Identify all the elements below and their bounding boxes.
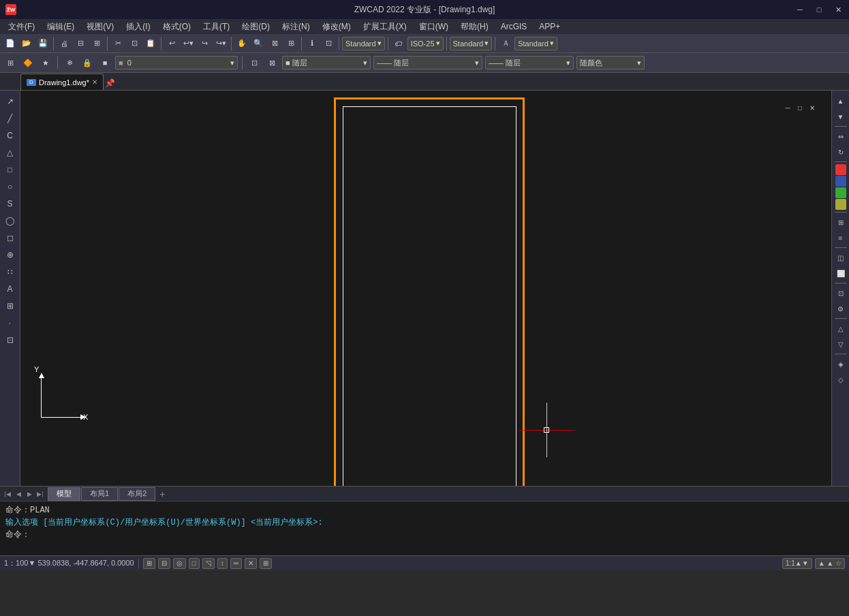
grid-button[interactable]: ⊞ — [143, 558, 155, 569]
cut-button[interactable]: ✂ — [110, 36, 125, 51]
subwin-maximize[interactable]: □ — [794, 103, 805, 112]
annotate-btn2[interactable]: Ａ — [498, 36, 513, 51]
rt-zoom-in[interactable]: ▲ — [833, 93, 848, 108]
layer-btn3[interactable]: ⊠ — [264, 55, 279, 70]
plotstyle-dropdown[interactable]: 随颜色 ▾ — [576, 56, 645, 70]
point-tool-button[interactable]: · — [2, 315, 18, 331]
color-dropdown[interactable]: ■ 随层 ▾ — [282, 56, 371, 70]
spline-tool-button[interactable]: S — [2, 196, 18, 212]
redo-dropdown[interactable]: ↪▾ — [213, 36, 228, 51]
layer-properties-button[interactable]: 🔶 — [20, 55, 35, 70]
model-tab[interactable]: 模型 — [48, 487, 80, 501]
menu-item----F-[interactable]: 文件(F) — [3, 20, 40, 34]
menu-item----I-[interactable]: 插入(I) — [121, 20, 155, 34]
polar-button[interactable]: □ — [189, 558, 200, 569]
tab-nav-first[interactable]: |◀ — [3, 489, 12, 499]
subwin-minimize[interactable]: ─ — [782, 103, 793, 112]
ortho-button[interactable]: ◎ — [173, 558, 186, 569]
menu-item----W-[interactable]: 窗口(W) — [414, 20, 454, 34]
lineweight-button[interactable]: ↕ — [217, 558, 228, 569]
layer-btn2[interactable]: ⊡ — [247, 55, 262, 70]
zoom-window-button[interactable]: ⊠ — [267, 36, 282, 51]
subwin-close[interactable]: ✕ — [807, 103, 818, 112]
region-tool-button[interactable]: ◻ — [2, 230, 18, 246]
tab-close-button[interactable]: ✕ — [92, 78, 97, 86]
line-tool-button[interactable]: ╱ — [2, 110, 18, 127]
matchprop-button[interactable]: ⊡ — [321, 36, 336, 51]
menu-item----H-[interactable]: 帮助(H) — [455, 20, 494, 34]
lineweight-dropdown[interactable]: —— 随层 ▾ — [485, 56, 574, 70]
new-button[interactable]: 📄 — [3, 36, 18, 51]
rt-layer-btn[interactable]: ⊞ — [833, 215, 848, 230]
redo-button[interactable]: ↪ — [197, 36, 212, 51]
tab-nav-prev[interactable]: ◀ — [14, 489, 23, 499]
text-tool-button[interactable]: A — [2, 281, 18, 297]
undo-dropdown[interactable]: ↩▾ — [181, 36, 196, 51]
properties-button[interactable]: ℹ — [305, 36, 320, 51]
style-dropdown[interactable]: Standard ▾ — [342, 37, 385, 50]
open-button[interactable]: 📂 — [19, 36, 34, 51]
rt-prop-btn[interactable]: ≡ — [833, 230, 848, 245]
insert-tool-button[interactable]: ⊕ — [2, 247, 18, 263]
hatch-tool-button[interactable]: ∷ — [2, 264, 18, 280]
print-button[interactable]: 🖨 — [57, 36, 72, 51]
textstyle-dropdown[interactable]: Standard ▾ — [450, 37, 493, 50]
arc-tool-button[interactable]: C — [2, 127, 18, 144]
rt-settings-btn[interactable]: ⚙ — [833, 301, 848, 316]
canvas-area[interactable]: ─ □ ✕ Y X — [20, 91, 831, 486]
tab-nav-next[interactable]: ▶ — [25, 489, 34, 499]
layer-freeze-button[interactable]: ❄ — [62, 55, 77, 70]
menu-item-ArcGIS[interactable]: ArcGIS — [495, 20, 533, 33]
zoom-button[interactable]: 🔍 — [251, 36, 266, 51]
save-button[interactable]: 💾 — [35, 36, 50, 51]
rt-pan[interactable]: ⇔ — [833, 129, 848, 144]
transparency-button[interactable]: ═ — [230, 558, 242, 569]
menu-item----D-[interactable]: 绘图(D) — [236, 20, 275, 34]
pan-button[interactable]: ✋ — [234, 36, 249, 51]
layout2-tab[interactable]: 布局2 — [119, 487, 155, 501]
dimstyle-dropdown[interactable]: ISO-25 ▾ — [407, 37, 444, 50]
rt-misc2[interactable]: ▽ — [833, 337, 848, 352]
menu-item----E-[interactable]: 编辑(E) — [42, 20, 80, 34]
circle-tool-button[interactable]: ○ — [2, 179, 18, 195]
maximize-button[interactable]: □ — [811, 3, 827, 16]
new-tab-button[interactable]: 📌 — [104, 76, 117, 90]
tab-chevron-down[interactable]: ▾ — [3, 3, 14, 14]
osnap-button[interactable]: ◹ — [202, 558, 215, 569]
menu-item----V-[interactable]: 视图(V) — [81, 20, 119, 34]
layer-color-button[interactable]: ■ — [97, 55, 112, 70]
rt-view-btn[interactable]: ◫ — [833, 250, 848, 265]
zoom-all-button[interactable]: ⊞ — [283, 36, 298, 51]
select-tool-button[interactable]: ↗ — [2, 93, 18, 110]
layer-state-button[interactable]: ★ — [38, 55, 53, 70]
rt-snap-btn[interactable]: ⊡ — [833, 286, 848, 301]
layout1-tab[interactable]: 布局1 — [81, 487, 118, 501]
scale-dropdown[interactable]: 1:1 ▲▼ — [782, 558, 812, 569]
menu-item----N-[interactable]: 标注(N) — [277, 20, 315, 34]
add-layout-button[interactable]: + — [156, 488, 168, 500]
table-tool-button[interactable]: ⊞ — [2, 298, 18, 314]
selection-button[interactable]: ⊞ — [260, 558, 272, 569]
rt-misc1[interactable]: △ — [833, 321, 848, 336]
annotation-btn[interactable]: 🏷 — [391, 36, 406, 51]
workspace-button[interactable]: ▲ ▲ ☆ — [815, 558, 845, 569]
paste-button[interactable]: 📋 — [143, 36, 158, 51]
menu-item----M-[interactable]: 修改(M) — [317, 20, 356, 34]
undo-button[interactable]: ↩ — [164, 36, 179, 51]
tab-nav-last[interactable]: ▶| — [35, 489, 45, 499]
minimize-button[interactable]: ─ — [792, 3, 808, 16]
publish-button[interactable]: ⊞ — [89, 36, 104, 51]
drawing-tab[interactable]: D Drawing1.dwg* ✕ — [20, 74, 104, 90]
polygon-tool-button[interactable]: △ — [2, 144, 18, 161]
layer-manager-button[interactable]: ⊞ — [3, 55, 18, 70]
rt-export-btn[interactable]: ⬜ — [833, 266, 848, 281]
copy-button[interactable]: ⊡ — [127, 36, 142, 51]
snap-button[interactable]: ⊟ — [158, 558, 170, 569]
rt-misc3[interactable]: ◈ — [833, 356, 848, 371]
rt-zoom-out[interactable]: ▼ — [833, 109, 848, 124]
ellipse-tool-button[interactable]: ◯ — [2, 213, 18, 229]
print-preview-button[interactable]: ⊟ — [73, 36, 88, 51]
menu-item------X-[interactable]: 扩展工具(X) — [358, 20, 412, 34]
close-button[interactable]: ✕ — [830, 3, 846, 16]
layer-dropdown[interactable]: ■ 0 ▾ — [115, 56, 238, 70]
